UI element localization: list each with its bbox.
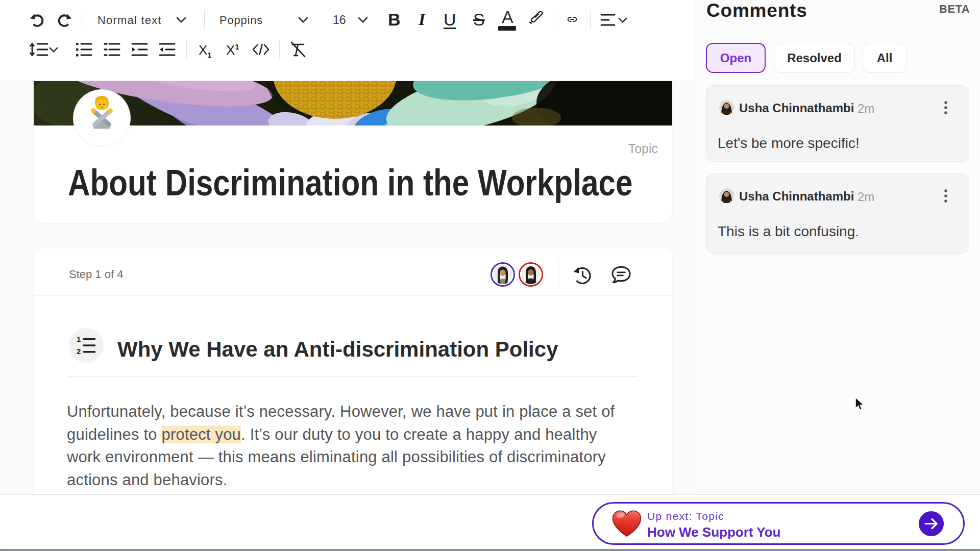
svg-text:2: 2 bbox=[77, 347, 81, 355]
svg-text:1: 1 bbox=[77, 336, 81, 343]
